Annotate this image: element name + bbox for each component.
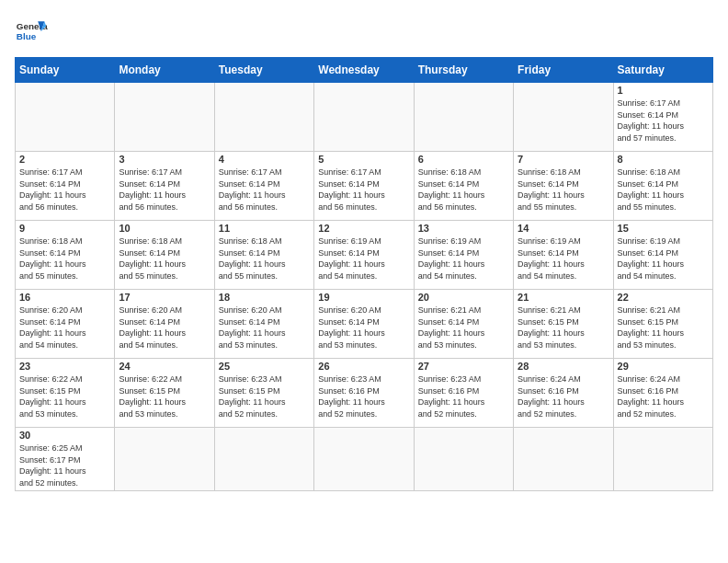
day-number: 30 — [19, 430, 110, 441]
calendar-cell: 2Sunrise: 6:17 AM Sunset: 6:14 PM Daylig… — [16, 152, 115, 221]
day-number: 24 — [119, 361, 210, 372]
day-info: Sunrise: 6:23 AM Sunset: 6:15 PM Dayligh… — [219, 373, 310, 419]
day-info: Sunrise: 6:18 AM Sunset: 6:14 PM Dayligh… — [19, 236, 110, 282]
calendar-cell — [613, 428, 712, 491]
day-number: 8 — [618, 154, 709, 165]
logo: General Blue — [15, 15, 48, 48]
calendar-cell: 22Sunrise: 6:21 AM Sunset: 6:15 PM Dayli… — [613, 290, 712, 359]
day-info: Sunrise: 6:19 AM Sunset: 6:14 PM Dayligh… — [518, 236, 609, 282]
calendar-cell: 28Sunrise: 6:24 AM Sunset: 6:16 PM Dayli… — [514, 359, 613, 428]
calendar-cell — [214, 83, 313, 152]
day-info: Sunrise: 6:24 AM Sunset: 6:16 PM Dayligh… — [618, 373, 709, 419]
calendar-cell: 3Sunrise: 6:17 AM Sunset: 6:14 PM Daylig… — [115, 152, 214, 221]
day-info: Sunrise: 6:19 AM Sunset: 6:14 PM Dayligh… — [418, 236, 509, 282]
day-number: 10 — [119, 223, 210, 234]
calendar-cell: 29Sunrise: 6:24 AM Sunset: 6:16 PM Dayli… — [613, 359, 712, 428]
day-info: Sunrise: 6:17 AM Sunset: 6:14 PM Dayligh… — [318, 167, 409, 213]
day-header-tuesday: Tuesday — [214, 58, 313, 83]
day-info: Sunrise: 6:17 AM Sunset: 6:14 PM Dayligh… — [618, 98, 709, 144]
day-number: 26 — [318, 361, 409, 372]
day-number: 4 — [219, 154, 310, 165]
day-info: Sunrise: 6:19 AM Sunset: 6:14 PM Dayligh… — [318, 236, 409, 282]
calendar-cell — [314, 83, 414, 152]
calendar-cell: 27Sunrise: 6:23 AM Sunset: 6:16 PM Dayli… — [414, 359, 513, 428]
calendar-cell: 30Sunrise: 6:25 AM Sunset: 6:17 PM Dayli… — [16, 428, 115, 491]
day-info: Sunrise: 6:21 AM Sunset: 6:15 PM Dayligh… — [518, 304, 609, 350]
calendar-cell: 20Sunrise: 6:21 AM Sunset: 6:14 PM Dayli… — [414, 290, 513, 359]
calendar-cell — [514, 428, 613, 491]
calendar-cell — [115, 83, 214, 152]
day-header-saturday: Saturday — [613, 58, 712, 83]
day-number: 3 — [119, 154, 210, 165]
day-info: Sunrise: 6:17 AM Sunset: 6:14 PM Dayligh… — [119, 167, 210, 213]
day-number: 2 — [19, 154, 110, 165]
day-info: Sunrise: 6:17 AM Sunset: 6:14 PM Dayligh… — [219, 167, 310, 213]
calendar-cell: 5Sunrise: 6:17 AM Sunset: 6:14 PM Daylig… — [314, 152, 414, 221]
calendar-cell: 8Sunrise: 6:18 AM Sunset: 6:14 PM Daylig… — [613, 152, 712, 221]
calendar-cell — [314, 428, 414, 491]
day-number: 18 — [219, 292, 310, 303]
day-info: Sunrise: 6:20 AM Sunset: 6:14 PM Dayligh… — [318, 304, 409, 350]
day-number: 5 — [318, 154, 409, 165]
day-number: 21 — [518, 292, 609, 303]
day-number: 16 — [19, 292, 110, 303]
day-number: 25 — [219, 361, 310, 372]
day-info: Sunrise: 6:22 AM Sunset: 6:15 PM Dayligh… — [119, 373, 210, 419]
calendar-cell: 9Sunrise: 6:18 AM Sunset: 6:14 PM Daylig… — [16, 221, 115, 290]
calendar-cell: 1Sunrise: 6:17 AM Sunset: 6:14 PM Daylig… — [613, 83, 712, 152]
day-info: Sunrise: 6:24 AM Sunset: 6:16 PM Dayligh… — [518, 373, 609, 419]
calendar-cell: 14Sunrise: 6:19 AM Sunset: 6:14 PM Dayli… — [514, 221, 613, 290]
day-header-sunday: Sunday — [16, 58, 115, 83]
day-header-monday: Monday — [115, 58, 214, 83]
calendar-cell — [414, 83, 513, 152]
day-number: 28 — [518, 361, 609, 372]
day-info: Sunrise: 6:18 AM Sunset: 6:14 PM Dayligh… — [518, 167, 609, 213]
logo-icon: General Blue — [15, 15, 48, 48]
calendar-cell: 26Sunrise: 6:23 AM Sunset: 6:16 PM Dayli… — [314, 359, 414, 428]
calendar-header-row: SundayMondayTuesdayWednesdayThursdayFrid… — [16, 58, 713, 83]
day-number: 27 — [418, 361, 509, 372]
day-info: Sunrise: 6:25 AM Sunset: 6:17 PM Dayligh… — [19, 442, 110, 488]
day-number: 1 — [618, 85, 709, 96]
day-number: 12 — [318, 223, 409, 234]
day-info: Sunrise: 6:18 AM Sunset: 6:14 PM Dayligh… — [119, 236, 210, 282]
calendar-cell: 21Sunrise: 6:21 AM Sunset: 6:15 PM Dayli… — [514, 290, 613, 359]
calendar-cell: 24Sunrise: 6:22 AM Sunset: 6:15 PM Dayli… — [115, 359, 214, 428]
day-header-friday: Friday — [514, 58, 613, 83]
calendar-cell — [514, 83, 613, 152]
day-number: 20 — [418, 292, 509, 303]
day-info: Sunrise: 6:20 AM Sunset: 6:14 PM Dayligh… — [19, 304, 110, 350]
calendar-cell — [414, 428, 513, 491]
calendar-cell: 12Sunrise: 6:19 AM Sunset: 6:14 PM Dayli… — [314, 221, 414, 290]
calendar-table: SundayMondayTuesdayWednesdayThursdayFrid… — [15, 57, 713, 491]
day-info: Sunrise: 6:23 AM Sunset: 6:16 PM Dayligh… — [418, 373, 509, 419]
day-info: Sunrise: 6:22 AM Sunset: 6:15 PM Dayligh… — [19, 373, 110, 419]
day-number: 23 — [19, 361, 110, 372]
day-number: 9 — [19, 223, 110, 234]
day-header-wednesday: Wednesday — [314, 58, 414, 83]
day-info: Sunrise: 6:18 AM Sunset: 6:14 PM Dayligh… — [219, 236, 310, 282]
calendar-cell: 7Sunrise: 6:18 AM Sunset: 6:14 PM Daylig… — [514, 152, 613, 221]
day-info: Sunrise: 6:19 AM Sunset: 6:14 PM Dayligh… — [618, 236, 709, 282]
calendar-cell: 15Sunrise: 6:19 AM Sunset: 6:14 PM Dayli… — [613, 221, 712, 290]
calendar-cell: 11Sunrise: 6:18 AM Sunset: 6:14 PM Dayli… — [214, 221, 313, 290]
calendar-cell — [16, 83, 115, 152]
day-info: Sunrise: 6:20 AM Sunset: 6:14 PM Dayligh… — [119, 304, 210, 350]
header: General Blue — [15, 15, 713, 48]
calendar-cell: 25Sunrise: 6:23 AM Sunset: 6:15 PM Dayli… — [214, 359, 313, 428]
day-number: 15 — [618, 223, 709, 234]
day-number: 22 — [618, 292, 709, 303]
day-number: 17 — [119, 292, 210, 303]
calendar-cell: 19Sunrise: 6:20 AM Sunset: 6:14 PM Dayli… — [314, 290, 414, 359]
day-header-thursday: Thursday — [414, 58, 513, 83]
day-info: Sunrise: 6:21 AM Sunset: 6:14 PM Dayligh… — [418, 304, 509, 350]
day-info: Sunrise: 6:18 AM Sunset: 6:14 PM Dayligh… — [418, 167, 509, 213]
day-info: Sunrise: 6:20 AM Sunset: 6:14 PM Dayligh… — [219, 304, 310, 350]
calendar-cell — [214, 428, 313, 491]
calendar-cell: 6Sunrise: 6:18 AM Sunset: 6:14 PM Daylig… — [414, 152, 513, 221]
day-number: 11 — [219, 223, 310, 234]
day-number: 13 — [418, 223, 509, 234]
calendar-cell: 10Sunrise: 6:18 AM Sunset: 6:14 PM Dayli… — [115, 221, 214, 290]
day-info: Sunrise: 6:18 AM Sunset: 6:14 PM Dayligh… — [618, 167, 709, 213]
calendar-cell — [115, 428, 214, 491]
